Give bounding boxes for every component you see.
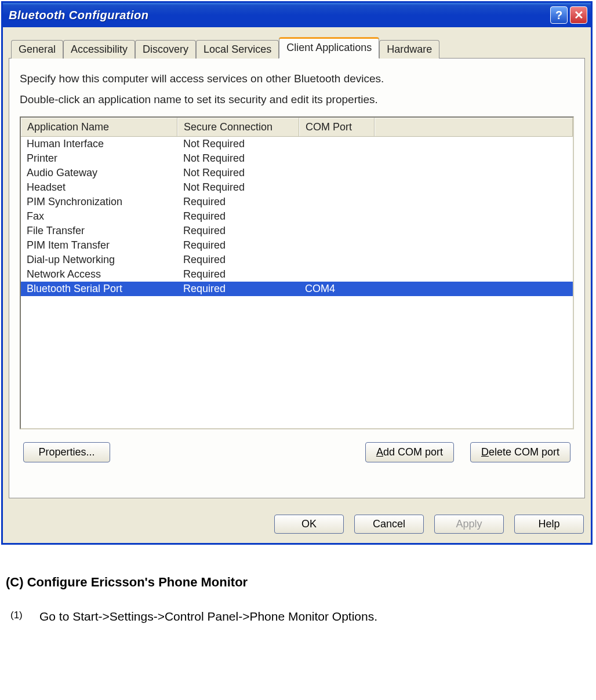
list-item[interactable]: Fax Required	[21, 209, 573, 224]
list-item[interactable]: Network Access Required	[21, 267, 573, 282]
list-item[interactable]: PIM Synchronization Required	[21, 195, 573, 209]
listview-body: Human Interface Not Required Printer Not…	[21, 137, 573, 296]
dialog-window: Bluetooth Configuration ? ✕ General Acce…	[1, 1, 593, 545]
help-icon[interactable]: ?	[550, 6, 568, 24]
tab-local-services[interactable]: Local Services	[196, 40, 279, 59]
column-header-secure[interactable]: Secure Connection	[177, 118, 299, 136]
titlebar: Bluetooth Configuration ? ✕	[3, 3, 591, 27]
client-area: General Accessibility Discovery Local Se…	[3, 27, 591, 504]
column-header-port[interactable]: COM Port	[299, 118, 375, 136]
list-item[interactable]: PIM Item Transfer Required	[21, 238, 573, 253]
doc-step: (1) Go to Start->Settings->Control Panel…	[6, 610, 590, 624]
list-item[interactable]: File Transfer Required	[21, 224, 573, 238]
tab-hardware[interactable]: Hardware	[379, 40, 439, 59]
help-button[interactable]: Help	[514, 515, 584, 534]
window-title: Bluetooth Configuration	[9, 9, 548, 22]
column-header-name[interactable]: Application Name	[21, 118, 177, 136]
tab-accessibility[interactable]: Accessibility	[63, 40, 135, 59]
properties-button[interactable]: Properties...	[23, 442, 110, 462]
applications-listview[interactable]: Application Name Secure Connection COM P…	[20, 116, 574, 429]
listview-header: Application Name Secure Connection COM P…	[21, 118, 573, 137]
add-com-port-button[interactable]: Add COM port	[365, 442, 454, 462]
tab-panel: Specify how this computer will access se…	[9, 58, 585, 498]
apply-button: Apply	[434, 515, 504, 534]
close-icon[interactable]: ✕	[570, 6, 587, 24]
tabstrip: General Accessibility Discovery Local Se…	[9, 37, 585, 58]
instruction-text-1: Specify how this computer will access se…	[20, 72, 574, 85]
panel-action-row: Properties... Add COM port Delete COM po…	[20, 442, 574, 462]
ok-button[interactable]: OK	[274, 515, 344, 534]
delete-com-port-button[interactable]: Delete COM port	[470, 442, 570, 462]
instruction-text-2: Double-click an application name to set …	[20, 93, 574, 106]
tab-general[interactable]: General	[11, 40, 63, 59]
list-item[interactable]: Dial-up Networking Required	[21, 253, 573, 267]
doc-heading: (C) Configure Ericsson's Phone Monitor	[6, 575, 590, 590]
list-item[interactable]: Headset Not Required	[21, 180, 573, 195]
list-item-selected[interactable]: Bluetooth Serial Port Required COM4	[21, 282, 573, 296]
document-text: (C) Configure Ericsson's Phone Monitor (…	[0, 546, 596, 635]
list-item[interactable]: Audio Gateway Not Required	[21, 166, 573, 180]
dialog-button-row: OK Cancel Apply Help	[3, 504, 591, 543]
cancel-button[interactable]: Cancel	[354, 515, 424, 534]
doc-step-text: Go to Start->Settings->Control Panel->Ph…	[39, 610, 377, 624]
doc-step-number: (1)	[10, 610, 28, 624]
tab-client-applications[interactable]: Client Applications	[279, 37, 379, 59]
list-item[interactable]: Human Interface Not Required	[21, 137, 573, 151]
list-item[interactable]: Printer Not Required	[21, 151, 573, 166]
tab-discovery[interactable]: Discovery	[135, 40, 196, 59]
column-header-spacer	[375, 118, 573, 136]
